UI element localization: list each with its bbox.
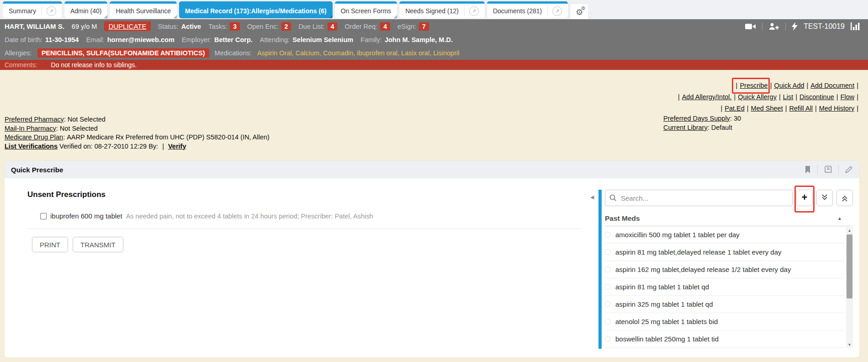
list-item[interactable]: boswellin tablet 250mg 1 tablet tid xyxy=(605,330,844,348)
separator xyxy=(785,105,787,112)
order-req-badge[interactable]: 4 xyxy=(380,22,390,31)
med-history-link[interactable]: Med History xyxy=(819,105,854,112)
divider xyxy=(838,164,839,175)
radio-icon[interactable] xyxy=(605,336,611,342)
flow-link[interactable]: Flow xyxy=(841,93,855,101)
radio-icon[interactable] xyxy=(605,284,611,290)
transmit-button[interactable]: TRANSMIT xyxy=(73,237,123,252)
popout-arrow-icon: ↗ xyxy=(472,9,476,14)
collapse-section-icon[interactable]: ▲ xyxy=(837,216,842,221)
pat-ed-link[interactable]: Pat.Ed xyxy=(725,105,745,112)
divider xyxy=(464,5,465,16)
settings-button[interactable]: ⚙ ⚙ xyxy=(570,4,588,21)
quick-add-link[interactable]: Quick Add xyxy=(774,82,804,89)
prescription-detail: As needed pain, not to exceed 4 tablets … xyxy=(126,213,373,220)
prescription-checkbox[interactable] xyxy=(40,213,47,219)
radio-icon[interactable] xyxy=(605,301,611,307)
scroll-up-icon[interactable]: ▲ xyxy=(846,227,853,234)
medications-list[interactable]: Aspirin Oral, Calcium, Coumadin, ibuprof… xyxy=(257,49,459,57)
list-item[interactable]: amoxicillin 500 mg tablet 1 tablet per d… xyxy=(605,226,844,244)
add-document-link[interactable]: Add Document xyxy=(810,82,854,89)
bar-chart-icon[interactable] xyxy=(851,22,861,30)
popout-button[interactable]: ↗ xyxy=(469,6,479,16)
days-supply-link[interactable]: Preferred Days Supply xyxy=(663,115,730,122)
medicare-plan-line: Medicare Drug PlanAARP Medicare Rx Prefe… xyxy=(5,133,270,142)
search-input[interactable] xyxy=(605,190,793,206)
medicare-plan-link[interactable]: Medicare Drug Plan xyxy=(5,133,63,141)
popout-button[interactable]: ↗ xyxy=(552,6,562,16)
scrollbar[interactable]: ▲ ▼ xyxy=(846,227,853,348)
open-enc-badge[interactable]: 2 xyxy=(281,22,291,31)
add-allergy-link[interactable]: Add Allergy/Intol. xyxy=(682,93,732,101)
book-icon[interactable] xyxy=(824,165,832,174)
scroll-down-icon[interactable]: ▼ xyxy=(846,341,853,348)
chevron-double-up-icon xyxy=(841,193,849,203)
radio-icon[interactable] xyxy=(605,266,611,272)
separator xyxy=(162,143,164,150)
list-link[interactable]: List xyxy=(783,93,794,101)
tab-label: Summary xyxy=(9,7,36,15)
add-person-icon[interactable] xyxy=(768,22,779,31)
order-req-pair: Order Req: 4 xyxy=(344,22,390,31)
list-item[interactable]: atenolol 25 mg tablet 1 tablets bid xyxy=(605,313,844,330)
print-button[interactable]: PRINT xyxy=(32,237,68,252)
past-meds-header[interactable]: Past Meds ▲ xyxy=(605,211,853,226)
past-meds-list: amoxicillin 500 mg tablet 1 tablet per d… xyxy=(605,226,853,348)
mail-in-pharmacy-link[interactable]: Mail-In Pharmacy xyxy=(5,125,56,132)
current-library-link[interactable]: Current Library xyxy=(663,124,708,131)
collapse-all-button[interactable] xyxy=(836,190,853,206)
list-item[interactable]: aspirin 81 mg tablet 1 tablet qd xyxy=(605,278,844,296)
expand-all-button[interactable] xyxy=(816,190,833,206)
prescription-actions: PRINT TRANSMIT xyxy=(32,237,123,252)
preferred-pharmacy-link[interactable]: Preferred Pharmacy xyxy=(5,116,64,123)
separator xyxy=(795,93,797,101)
email-label: Email: xyxy=(86,36,104,43)
verify-link[interactable]: Verify xyxy=(168,143,186,150)
list-item[interactable]: aspirin 81 mg tablet,delayed release 1 t… xyxy=(605,244,844,261)
add-med-button[interactable]: + xyxy=(796,190,813,206)
collapse-left-icon[interactable]: ◀ xyxy=(590,194,594,200)
days-supply-value: 30 xyxy=(734,115,741,122)
list-verifications-link[interactable]: List Verifications xyxy=(5,143,58,150)
tab-label: Medical Record (173):Allergies/Medicatio… xyxy=(185,7,327,15)
tab-documents[interactable]: Documents (281) ↗ xyxy=(487,1,568,18)
tab-health-surveillance[interactable]: Health Surveillance xyxy=(110,1,177,18)
refill-all-link[interactable]: Refill All xyxy=(789,105,813,112)
days-supply-line: Preferred Days Supply30 xyxy=(663,114,741,123)
med-sheet-link[interactable]: Med Sheet xyxy=(751,105,783,112)
esign-badge[interactable]: 7 xyxy=(419,22,429,31)
med-text: aspirin 162 mg tablet,delayed release 1/… xyxy=(615,266,791,273)
discontinue-link[interactable]: Discontinue xyxy=(799,93,834,101)
quick-allergy-link[interactable]: Quick Allergy xyxy=(738,93,777,101)
status-pair: Status: Active xyxy=(158,23,201,30)
tab-needs-signed[interactable]: Needs Signed (12) ↗ xyxy=(399,1,485,18)
tab-medical-record[interactable]: Medical Record (173):Allergies/Medicatio… xyxy=(179,1,333,18)
radio-icon[interactable] xyxy=(605,232,611,238)
tab-summary[interactable]: Summary ↗ xyxy=(3,1,62,18)
popout-button[interactable]: ↗ xyxy=(47,6,56,16)
list-item[interactable]: aspirin 325 mg tablet 1 tablet qd xyxy=(605,296,844,313)
list-item[interactable]: aspirin 162 mg tablet,delayed release 1/… xyxy=(605,261,844,278)
prescribe-link[interactable]: Prescribe xyxy=(740,82,767,89)
tab-admin[interactable]: Admin (40) xyxy=(64,1,107,18)
pencil-icon[interactable] xyxy=(845,165,853,174)
radio-icon[interactable] xyxy=(605,319,611,325)
past-meds-title: Past Meds xyxy=(605,214,640,223)
radio-icon[interactable] xyxy=(605,249,611,255)
tasks-badge[interactable]: 3 xyxy=(230,22,240,31)
separator xyxy=(720,105,722,112)
lightning-icon[interactable] xyxy=(792,22,798,31)
open-enc-label: Open Enc: xyxy=(247,23,279,30)
divider xyxy=(547,5,548,16)
allergies-badge[interactable]: PENICILLINS, SULFA(SULFONAMIDE ANTIBIOTI… xyxy=(37,48,209,58)
current-library-line: Current LibraryDefault xyxy=(663,123,741,133)
mail-in-pharmacy-line: Mail-In PharmacyNot Selected xyxy=(5,124,270,133)
tab-label: On Screen Forms xyxy=(341,7,391,15)
med-text: boswellin tablet 250mg 1 tablet tid xyxy=(615,335,719,343)
bookmark-icon[interactable] xyxy=(804,165,811,174)
video-camera-icon[interactable] xyxy=(745,23,756,30)
due-list-badge[interactable]: 4 xyxy=(328,22,338,31)
duplicate-badge[interactable]: DUPLICATE xyxy=(104,21,150,31)
tab-on-screen-forms[interactable]: On Screen Forms xyxy=(335,1,397,18)
scrollbar-thumb[interactable] xyxy=(847,234,852,298)
